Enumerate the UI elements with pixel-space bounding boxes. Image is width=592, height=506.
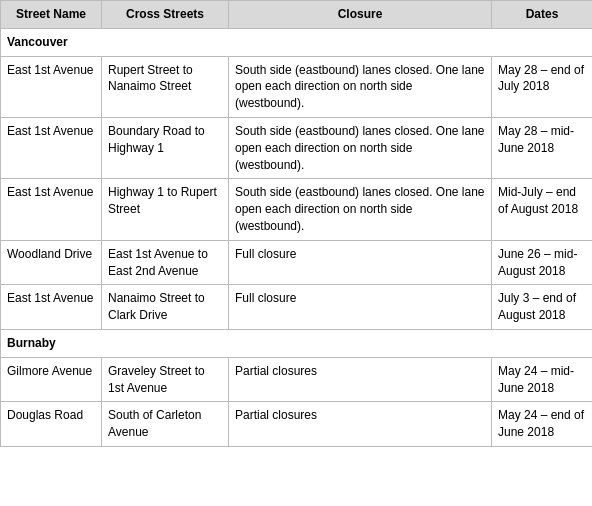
header-closure: Closure [229,1,492,29]
cell-cross: South of Carleton Avenue [102,402,229,447]
cell-street: Woodland Drive [1,240,102,285]
section-label: Vancouver [1,28,593,56]
header-dates: Dates [492,1,593,29]
cell-dates: May 24 – end of June 2018 [492,402,593,447]
cell-dates: July 3 – end of August 2018 [492,285,593,330]
table-row: East 1st AvenueBoundary Road to Highway … [1,117,593,178]
section-label: Burnaby [1,329,593,357]
table-row: Gilmore AvenueGraveley Street to 1st Ave… [1,357,593,402]
cell-street: Douglas Road [1,402,102,447]
cell-closure: Partial closures [229,357,492,402]
cell-dates: Mid-July – end of August 2018 [492,179,593,240]
cell-closure: Full closure [229,285,492,330]
cell-closure: South side (eastbound) lanes closed. One… [229,117,492,178]
table-header-row: Street Name Cross Streets Closure Dates [1,1,593,29]
cell-cross: Highway 1 to Rupert Street [102,179,229,240]
cell-street: East 1st Avenue [1,179,102,240]
cell-street: East 1st Avenue [1,56,102,117]
cell-cross: Boundary Road to Highway 1 [102,117,229,178]
table-row: Woodland DriveEast 1st Avenue to East 2n… [1,240,593,285]
cell-dates: May 24 – mid-June 2018 [492,357,593,402]
table-row: Burnaby [1,329,593,357]
cell-cross: East 1st Avenue to East 2nd Avenue [102,240,229,285]
cell-closure: South side (eastbound) lanes closed. One… [229,179,492,240]
cell-cross: Rupert Street to Nanaimo Street [102,56,229,117]
cell-dates: June 26 – mid-August 2018 [492,240,593,285]
cell-cross: Nanaimo Street to Clark Drive [102,285,229,330]
cell-dates: May 28 – end of July 2018 [492,56,593,117]
cell-cross: Graveley Street to 1st Avenue [102,357,229,402]
table-row: East 1st AvenueNanaimo Street to Clark D… [1,285,593,330]
cell-street: East 1st Avenue [1,285,102,330]
header-cross: Cross Streets [102,1,229,29]
table-row: Vancouver [1,28,593,56]
cell-closure: South side (eastbound) lanes closed. One… [229,56,492,117]
cell-street: Gilmore Avenue [1,357,102,402]
header-street: Street Name [1,1,102,29]
table-row: East 1st AvenueHighway 1 to Rupert Stree… [1,179,593,240]
cell-street: East 1st Avenue [1,117,102,178]
cell-dates: May 28 – mid-June 2018 [492,117,593,178]
table-row: East 1st AvenueRupert Street to Nanaimo … [1,56,593,117]
cell-closure: Full closure [229,240,492,285]
cell-closure: Partial closures [229,402,492,447]
table-row: Douglas RoadSouth of Carleton AvenuePart… [1,402,593,447]
